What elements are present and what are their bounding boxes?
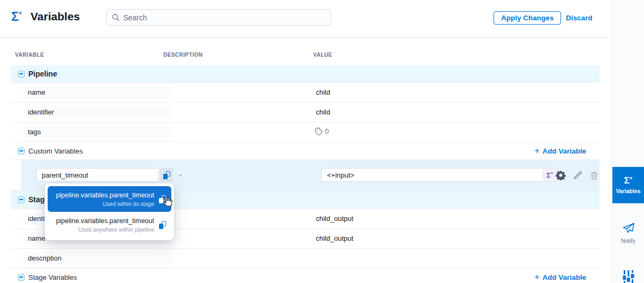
variable-value-field: Σ× (321, 168, 558, 182)
gear-icon (556, 170, 566, 180)
trash-icon (589, 171, 599, 180)
variables-table: VARIABLE DESCRIPTION VALUE Pipeline name… (11, 37, 600, 283)
collapse-icon[interactable] (18, 148, 25, 155)
search-box (106, 9, 331, 26)
row-actions (556, 170, 599, 180)
panel-header: Σ× Variables Apply Changes Discard (0, 0, 611, 37)
plus-icon: + (534, 146, 540, 155)
copy-variable-button[interactable] (160, 168, 173, 182)
variable-name: name (24, 86, 172, 98)
collapse-icon[interactable] (18, 196, 25, 203)
section-row-pipeline[interactable]: Pipeline (11, 65, 600, 83)
expression-option-pipeline-scope[interactable]: pipeline.variables.parent_timeout Used a… (48, 212, 171, 238)
variable-value: child_output (316, 234, 353, 242)
rail-tab-label: Notify (621, 238, 635, 244)
variable-value: child (316, 88, 330, 96)
section-row-custom-variables[interactable]: Custom Variables + Add Variable (11, 142, 600, 160)
section-label-custom-variables: Custom Variables (28, 147, 83, 155)
section-row-stage-variables[interactable]: Stage Variables + Add Variable (11, 269, 600, 283)
rail-tab-notify[interactable]: Notify (612, 223, 644, 244)
section-label-pipeline: Pipeline (28, 70, 57, 78)
tag-count-value: 0 (325, 127, 329, 135)
rail-tab-variables[interactable]: Σ× Variables (612, 167, 644, 203)
variable-value: child_output (316, 215, 353, 223)
copy-icon[interactable] (159, 221, 166, 229)
apply-changes-button[interactable]: Apply Changes (494, 11, 561, 25)
variable-value-input[interactable] (321, 168, 558, 182)
section-label-stage-variables: Stage Variables (28, 273, 77, 281)
copy-icon[interactable] (159, 195, 166, 203)
discard-button[interactable]: Discard (566, 14, 593, 22)
expression-path: pipeline.variables.parent_timeout (56, 192, 154, 199)
add-variable-button[interactable]: + Add Variable (534, 147, 586, 156)
variable-name-field (36, 168, 173, 182)
collapse-icon[interactable] (18, 274, 25, 281)
search-input[interactable] (123, 13, 325, 22)
settings-button[interactable] (556, 170, 566, 180)
expression-copy-popover: pipeline.variables.parent_timeout Used w… (45, 183, 174, 240)
expression-option-text: pipeline.variables.parent_timeout Used w… (52, 192, 159, 207)
expression-scope-hint: Used anywhere within pipeline (78, 226, 154, 233)
plus-icon: + (534, 272, 540, 281)
expression-scope-hint: Used within its stage (103, 201, 154, 207)
rail-tab-flow-control[interactable] (612, 270, 644, 283)
variable-name: description (24, 252, 172, 264)
variable-name: tags (24, 126, 172, 138)
table-row: tags 0 (11, 123, 600, 142)
expression-option-stage-scope[interactable]: pipeline.variables.parent_timeout Used w… (48, 186, 171, 212)
right-rail: Σ× Variables Notify (612, 0, 644, 283)
edit-button[interactable] (573, 171, 582, 180)
table-row: name child (11, 83, 600, 103)
table-row: description (11, 249, 600, 269)
variables-panel: Σ× Variables Apply Changes Discard VARIA… (0, 0, 644, 283)
table-row: identifier child (11, 103, 600, 123)
rail-tab-label: Variables (616, 188, 640, 194)
add-variable-label: Add Variable (542, 273, 586, 281)
search-icon (112, 13, 119, 21)
variables-sigma-icon: Σ× (11, 11, 22, 23)
expression-path: pipeline.variables.parent_timeout (56, 217, 154, 225)
collapse-icon[interactable] (18, 71, 25, 78)
column-header-variable: VARIABLE (15, 52, 44, 58)
add-variable-button[interactable]: + Add Variable (534, 273, 586, 282)
sigma-icon: Σ× (624, 176, 632, 185)
variable-name-input[interactable] (36, 168, 159, 182)
copy-icon (163, 171, 170, 179)
column-header-value: VALUE (313, 52, 332, 58)
description-dash: - (179, 171, 181, 179)
delete-button[interactable] (589, 171, 599, 180)
tags-count: 0 (315, 127, 329, 135)
tag-icon (315, 127, 323, 135)
expression-type-button[interactable]: Σ× (542, 169, 557, 181)
add-variable-label: Add Variable (542, 147, 586, 155)
variable-value: child (316, 108, 330, 116)
variable-name: identifier (24, 106, 172, 118)
sliders-icon (623, 270, 634, 283)
page-title: Variables (31, 10, 80, 23)
table-header-row: VARIABLE DESCRIPTION VALUE (11, 37, 600, 65)
expression-option-text: pipeline.variables.parent_timeout Used a… (52, 217, 159, 233)
pencil-icon (573, 171, 582, 180)
paper-plane-icon (622, 223, 635, 234)
column-header-description: DESCRIPTION (163, 52, 203, 58)
